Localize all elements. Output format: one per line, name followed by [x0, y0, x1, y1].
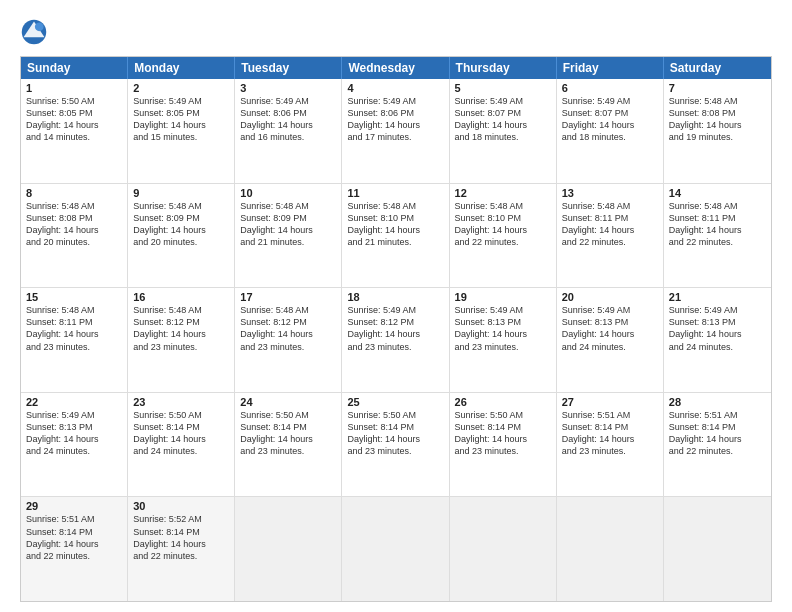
cal-cell-15: 15Sunrise: 5:48 AMSunset: 8:11 PMDayligh…	[21, 288, 128, 392]
cal-cell-17: 17Sunrise: 5:48 AMSunset: 8:12 PMDayligh…	[235, 288, 342, 392]
cal-cell-14: 14Sunrise: 5:48 AMSunset: 8:11 PMDayligh…	[664, 184, 771, 288]
cal-cell-23: 23Sunrise: 5:50 AMSunset: 8:14 PMDayligh…	[128, 393, 235, 497]
cal-cell-1: 1Sunrise: 5:50 AMSunset: 8:05 PMDaylight…	[21, 79, 128, 183]
cal-cell-27: 27Sunrise: 5:51 AMSunset: 8:14 PMDayligh…	[557, 393, 664, 497]
svg-point-2	[35, 22, 44, 31]
header-day-thursday: Thursday	[450, 57, 557, 79]
calendar-row-1: 8Sunrise: 5:48 AMSunset: 8:08 PMDaylight…	[21, 183, 771, 288]
header	[20, 18, 772, 46]
calendar-row-3: 22Sunrise: 5:49 AMSunset: 8:13 PMDayligh…	[21, 392, 771, 497]
header-day-wednesday: Wednesday	[342, 57, 449, 79]
cal-cell-8: 8Sunrise: 5:48 AMSunset: 8:08 PMDaylight…	[21, 184, 128, 288]
logo	[20, 18, 52, 46]
cal-cell-4: 4Sunrise: 5:49 AMSunset: 8:06 PMDaylight…	[342, 79, 449, 183]
cal-cell-empty-4-4	[450, 497, 557, 601]
cal-cell-29: 29Sunrise: 5:51 AMSunset: 8:14 PMDayligh…	[21, 497, 128, 601]
calendar: SundayMondayTuesdayWednesdayThursdayFrid…	[20, 56, 772, 602]
cal-cell-28: 28Sunrise: 5:51 AMSunset: 8:14 PMDayligh…	[664, 393, 771, 497]
header-day-friday: Friday	[557, 57, 664, 79]
cal-cell-2: 2Sunrise: 5:49 AMSunset: 8:05 PMDaylight…	[128, 79, 235, 183]
cal-cell-25: 25Sunrise: 5:50 AMSunset: 8:14 PMDayligh…	[342, 393, 449, 497]
cal-cell-10: 10Sunrise: 5:48 AMSunset: 8:09 PMDayligh…	[235, 184, 342, 288]
header-day-saturday: Saturday	[664, 57, 771, 79]
page: SundayMondayTuesdayWednesdayThursdayFrid…	[0, 0, 792, 612]
cal-cell-20: 20Sunrise: 5:49 AMSunset: 8:13 PMDayligh…	[557, 288, 664, 392]
cal-cell-empty-4-6	[664, 497, 771, 601]
logo-icon	[20, 18, 48, 46]
cal-cell-18: 18Sunrise: 5:49 AMSunset: 8:12 PMDayligh…	[342, 288, 449, 392]
cal-cell-12: 12Sunrise: 5:48 AMSunset: 8:10 PMDayligh…	[450, 184, 557, 288]
cal-cell-24: 24Sunrise: 5:50 AMSunset: 8:14 PMDayligh…	[235, 393, 342, 497]
cal-cell-13: 13Sunrise: 5:48 AMSunset: 8:11 PMDayligh…	[557, 184, 664, 288]
calendar-row-2: 15Sunrise: 5:48 AMSunset: 8:11 PMDayligh…	[21, 287, 771, 392]
header-day-tuesday: Tuesday	[235, 57, 342, 79]
header-day-sunday: Sunday	[21, 57, 128, 79]
cal-cell-empty-4-5	[557, 497, 664, 601]
cal-cell-11: 11Sunrise: 5:48 AMSunset: 8:10 PMDayligh…	[342, 184, 449, 288]
cal-cell-26: 26Sunrise: 5:50 AMSunset: 8:14 PMDayligh…	[450, 393, 557, 497]
calendar-row-0: 1Sunrise: 5:50 AMSunset: 8:05 PMDaylight…	[21, 79, 771, 183]
cal-cell-30: 30Sunrise: 5:52 AMSunset: 8:14 PMDayligh…	[128, 497, 235, 601]
cal-cell-6: 6Sunrise: 5:49 AMSunset: 8:07 PMDaylight…	[557, 79, 664, 183]
cal-cell-9: 9Sunrise: 5:48 AMSunset: 8:09 PMDaylight…	[128, 184, 235, 288]
cal-cell-21: 21Sunrise: 5:49 AMSunset: 8:13 PMDayligh…	[664, 288, 771, 392]
calendar-body: 1Sunrise: 5:50 AMSunset: 8:05 PMDaylight…	[21, 79, 771, 601]
cal-cell-5: 5Sunrise: 5:49 AMSunset: 8:07 PMDaylight…	[450, 79, 557, 183]
cal-cell-3: 3Sunrise: 5:49 AMSunset: 8:06 PMDaylight…	[235, 79, 342, 183]
cal-cell-16: 16Sunrise: 5:48 AMSunset: 8:12 PMDayligh…	[128, 288, 235, 392]
cal-cell-empty-4-2	[235, 497, 342, 601]
cal-cell-22: 22Sunrise: 5:49 AMSunset: 8:13 PMDayligh…	[21, 393, 128, 497]
cal-cell-empty-4-3	[342, 497, 449, 601]
calendar-row-4: 29Sunrise: 5:51 AMSunset: 8:14 PMDayligh…	[21, 496, 771, 601]
calendar-header: SundayMondayTuesdayWednesdayThursdayFrid…	[21, 57, 771, 79]
cal-cell-7: 7Sunrise: 5:48 AMSunset: 8:08 PMDaylight…	[664, 79, 771, 183]
cal-cell-19: 19Sunrise: 5:49 AMSunset: 8:13 PMDayligh…	[450, 288, 557, 392]
header-day-monday: Monday	[128, 57, 235, 79]
